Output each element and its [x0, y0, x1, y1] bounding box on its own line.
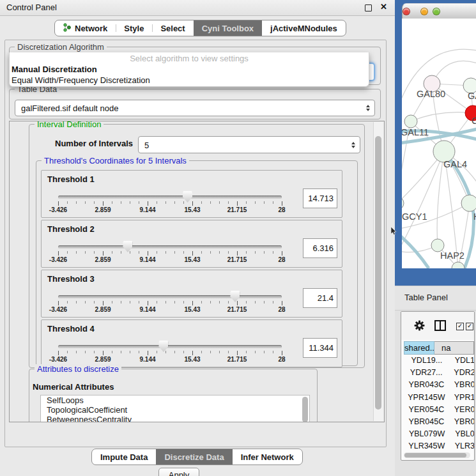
tick-mark [210, 251, 211, 254]
threshold-slider[interactable] [58, 345, 282, 348]
tick-label: 15.43 [184, 206, 200, 213]
checkbox-icon[interactable]: ✓ [466, 323, 473, 330]
node-label: HAP2 [440, 250, 464, 261]
scrollbar-thumb[interactable] [375, 136, 381, 410]
network-node-hap2[interactable] [431, 239, 444, 252]
network-graph[interactable]: GAL80GACGAL11GAL4GCY1HHAP2 [402, 19, 476, 268]
tick-mark [264, 351, 265, 353]
slider-tick-labels: -3.4262.8599.14415.4321.71528 [58, 356, 282, 364]
apply-button[interactable]: Apply [158, 468, 199, 476]
tick-mark [130, 301, 130, 303]
tick-mark [165, 351, 166, 353]
tick-mark [246, 201, 247, 204]
cell-shared-name: YER054C [404, 404, 449, 416]
tab-style[interactable]: Style [116, 20, 152, 36]
scrollbar-thumb[interactable] [404, 453, 466, 457]
numerical-attributes-list[interactable]: SelfLoopsTopologicalCoefficientBetweenne… [40, 395, 310, 422]
tick-label: 2.859 [95, 256, 111, 263]
checkbox-icon[interactable]: ✓ [456, 323, 464, 330]
scrollbar-thumb[interactable] [302, 397, 308, 422]
tick-mark [157, 301, 157, 303]
tick-mark [255, 351, 256, 353]
tab-infer-network[interactable]: Infer Network [233, 449, 302, 464]
threshold-value-field[interactable]: 14.713 [303, 188, 337, 208]
slider-tick-labels: -3.4262.8599.14415.4321.71528 [58, 306, 282, 314]
tick-mark [121, 351, 121, 353]
tab-cyni-toolbox[interactable]: Cyni Toolbox [194, 20, 262, 36]
table-row[interactable]: YBR043CYBR0 [404, 379, 474, 391]
tick-mark [58, 251, 59, 256]
dropdown-option-equal-width-frequency-discretization[interactable]: Equal Width/Frequency Discretization [10, 75, 369, 86]
network-window-titlebar[interactable] [402, 3, 476, 20]
tick-mark [237, 351, 238, 355]
vertical-scrollbar[interactable] [373, 122, 383, 421]
table-row[interactable]: YBL079WYBL0 [404, 428, 474, 440]
dropdown-option-manual-discretization[interactable]: Manual Discretization [10, 64, 369, 75]
close-traffic-light-icon[interactable] [403, 8, 410, 15]
attribute-item-betweennesscentrality[interactable]: BetweennessCentrality [41, 415, 309, 422]
threshold-slider[interactable] [58, 196, 282, 199]
tick-mark [157, 201, 157, 204]
tick-mark [192, 351, 193, 355]
tab-label: Style [124, 24, 144, 33]
table-row[interactable]: YLR345WYLR3 [404, 440, 474, 451]
tab-label: Impute Data [100, 452, 148, 462]
tick-mark [282, 251, 282, 256]
network-canvas[interactable]: GAL80GACGAL11GAL4GCY1HHAP2 [402, 19, 476, 268]
threshold-slider[interactable] [58, 245, 282, 249]
table-row[interactable]: YER054CYER0 [404, 404, 474, 416]
table-row[interactable]: YPR145WYPR1 [404, 392, 474, 404]
table-row[interactable]: YDL19...YDL1 [404, 355, 474, 367]
control-panel-titlebar: Control Panel ✕ [0, 0, 395, 16]
zoom-traffic-light-icon[interactable] [433, 8, 440, 15]
tab-discretize-data[interactable]: Discretize Data [156, 449, 232, 464]
number-of-intervals-select[interactable]: 5 [138, 136, 360, 153]
threshold-value-field[interactable]: 11.344 [303, 338, 337, 358]
threshold-value-field[interactable]: 21.4 [303, 288, 337, 308]
column-header-name[interactable]: na [434, 341, 474, 355]
table-data-select[interactable]: galFiltered.sif default node [15, 100, 375, 116]
tab-impute-data[interactable]: Impute Data [92, 449, 156, 464]
network-node-gal11[interactable] [404, 115, 417, 128]
tick-mark [237, 301, 238, 305]
tick-mark [273, 301, 273, 303]
attribute-item-topologicalcoefficient[interactable]: TopologicalCoefficient [41, 405, 309, 415]
thresholds-group: Threshold's Coordinates for 5 Intervals … [36, 160, 358, 366]
attribute-item-selfloops[interactable]: SelfLoops [41, 395, 309, 405]
tab-network[interactable]: Network [55, 20, 116, 36]
tab-select[interactable]: Select [152, 20, 193, 36]
minimize-traffic-light-icon[interactable] [420, 8, 428, 15]
tick-label: -3.426 [49, 356, 67, 363]
split-columns-icon[interactable] [434, 320, 446, 334]
node-label: GAL80 [417, 89, 445, 99]
tick-mark [85, 351, 86, 353]
dropdown-placeholder-item[interactable]: Select algorithm to view settings [10, 52, 369, 64]
table-panel-title: Table Panel [404, 293, 448, 302]
table-row[interactable]: YDR27...YDR2 [404, 367, 474, 379]
node-table[interactable]: shared...naYDL19...YDL1YDR27...YDR2YBR04… [404, 341, 474, 451]
tick-mark [148, 351, 148, 355]
tab-jactivemnodules[interactable]: jActiveMNodules [262, 20, 346, 36]
network-node-h[interactable] [461, 195, 476, 211]
tick-mark [219, 301, 220, 303]
tick-label: -3.426 [49, 206, 67, 213]
tick-label: 15.43 [184, 306, 200, 313]
tick-mark [103, 351, 104, 355]
tick-mark [210, 351, 211, 353]
close-icon[interactable]: ✕ [380, 2, 387, 12]
tick-mark [273, 201, 273, 204]
network-node-gcy1[interactable] [402, 197, 404, 210]
column-header-shared-name[interactable]: shared... [404, 341, 434, 355]
table-data-selected-value: galFiltered.sif default node [21, 104, 118, 113]
float-window-icon[interactable] [365, 4, 372, 12]
tab-label: Discretize Data [164, 452, 224, 462]
threshold-value-field[interactable]: 6.316 [303, 238, 337, 258]
column-visibility-icons[interactable]: ✓✓ [456, 323, 473, 330]
gear-icon[interactable] [414, 320, 425, 334]
tick-mark [139, 251, 139, 254]
tick-label: -3.426 [49, 256, 67, 263]
horizontal-scrollbar[interactable] [404, 452, 470, 458]
threshold-slider[interactable] [58, 295, 282, 298]
tick-label: 2.859 [95, 306, 111, 313]
table-row[interactable]: YBR045CYBR0 [404, 416, 474, 428]
